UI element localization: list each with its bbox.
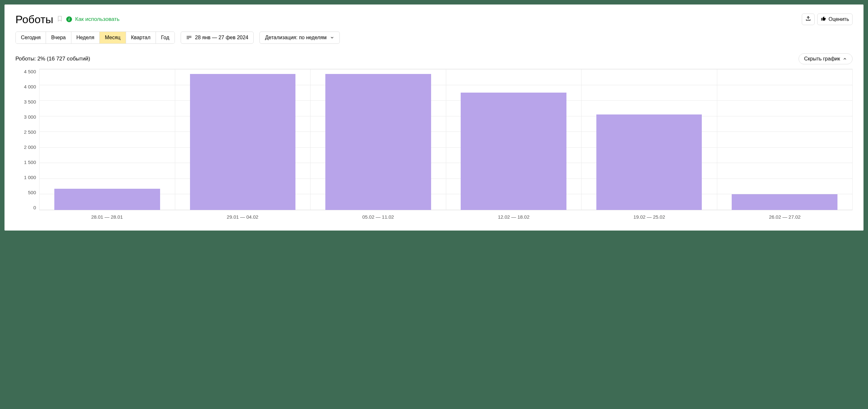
period-Вчера[interactable]: Вчера	[46, 32, 71, 43]
header-row: Роботы i Как использовать Оценить	[16, 13, 852, 25]
period-Год[interactable]: Год	[156, 32, 174, 43]
period-Неделя[interactable]: Неделя	[71, 32, 100, 43]
plot-area	[39, 69, 852, 210]
info-icon: i	[66, 17, 72, 22]
rate-label: Оценить	[829, 17, 849, 22]
period-Месяц[interactable]: Месяц	[100, 32, 126, 43]
summary-row: Роботы: 2% (16 727 событий) Скрыть графи…	[16, 53, 852, 64]
header-actions: Оценить	[802, 13, 852, 25]
svg-rect-8	[187, 38, 187, 39]
x-tick: 19.02 — 25.02	[582, 214, 717, 220]
x-tick: 26.02 — 27.02	[717, 214, 852, 220]
date-range-label: 28 янв — 27 фев 2024	[195, 35, 248, 40]
page: Роботы i Как использовать Оценить Сегодн…	[4, 4, 864, 230]
bars-layer	[39, 69, 852, 210]
title-group: Роботы i Как использовать	[16, 14, 120, 25]
svg-rect-1	[188, 36, 189, 37]
toolbar: СегодняВчераНеделяМесяцКварталГод 28 янв…	[16, 32, 852, 44]
x-tick: 29.01 — 04.02	[175, 214, 311, 220]
period-Сегодня[interactable]: Сегодня	[16, 32, 46, 43]
bar[interactable]	[732, 194, 837, 210]
x-tick: 05.02 — 11.02	[310, 214, 446, 220]
y-tick: 2 500	[24, 129, 36, 135]
svg-rect-4	[187, 37, 187, 38]
chevron-down-icon	[330, 35, 334, 40]
x-tick: 28.01 — 28.01	[39, 214, 175, 220]
bar[interactable]	[190, 74, 296, 210]
y-tick: 1 500	[24, 159, 36, 165]
y-tick: 2 000	[24, 145, 36, 150]
bar-slot	[311, 69, 446, 210]
bar-slot	[446, 69, 581, 210]
bar[interactable]	[596, 115, 702, 210]
svg-rect-6	[189, 37, 190, 38]
y-tick: 0	[33, 205, 36, 210]
bar-slot	[175, 69, 310, 210]
calendar-icon	[186, 35, 192, 40]
y-axis: 4 5004 0003 5003 0002 5002 0001 5001 000…	[16, 69, 39, 210]
detail-label: Детализация: по неделям	[265, 35, 327, 40]
y-tick: 3 000	[24, 114, 36, 120]
svg-rect-3	[190, 36, 191, 37]
rate-button[interactable]: Оценить	[817, 13, 852, 25]
svg-rect-7	[190, 37, 191, 38]
svg-rect-2	[189, 36, 190, 37]
y-tick: 1 000	[24, 175, 36, 180]
howto-link[interactable]: Как использовать	[75, 16, 120, 23]
period-Квартал[interactable]: Квартал	[126, 32, 156, 43]
thumbs-icon	[821, 16, 827, 23]
chevron-up-icon	[843, 57, 847, 61]
y-tick: 4 500	[24, 69, 36, 74]
y-tick: 4 000	[24, 84, 36, 89]
period-segmented: СегодняВчераНеделяМесяцКварталГод	[16, 32, 175, 44]
detail-button[interactable]: Детализация: по неделям	[259, 32, 340, 44]
chart: 4 5004 0003 5003 0002 5002 0001 5001 000…	[16, 69, 852, 220]
bar-slot	[39, 69, 175, 210]
x-axis: 28.01 — 28.0129.01 — 04.0205.02 — 11.021…	[39, 214, 852, 220]
svg-rect-5	[188, 37, 189, 38]
bar[interactable]	[54, 189, 160, 210]
toggle-chart-label: Скрыть график	[804, 56, 840, 62]
page-title: Роботы	[16, 14, 53, 25]
bar[interactable]	[461, 93, 566, 210]
svg-rect-0	[187, 36, 187, 37]
chart-body: 4 5004 0003 5003 0002 5002 0001 5001 000…	[16, 69, 852, 210]
x-tick: 12.02 — 18.02	[446, 214, 582, 220]
bookmark-icon[interactable]	[57, 15, 63, 23]
toggle-chart-button[interactable]: Скрыть график	[799, 53, 852, 64]
y-tick: 500	[28, 190, 36, 195]
date-range-button[interactable]: 28 янв — 27 фев 2024	[181, 32, 254, 44]
bar-slot	[717, 69, 852, 210]
export-icon	[805, 16, 811, 23]
bar-slot	[581, 69, 717, 210]
bar[interactable]	[326, 74, 431, 210]
svg-rect-9	[188, 38, 189, 39]
summary-text: Роботы: 2% (16 727 событий)	[16, 56, 90, 62]
export-button[interactable]	[802, 13, 815, 25]
y-tick: 3 500	[24, 99, 36, 104]
